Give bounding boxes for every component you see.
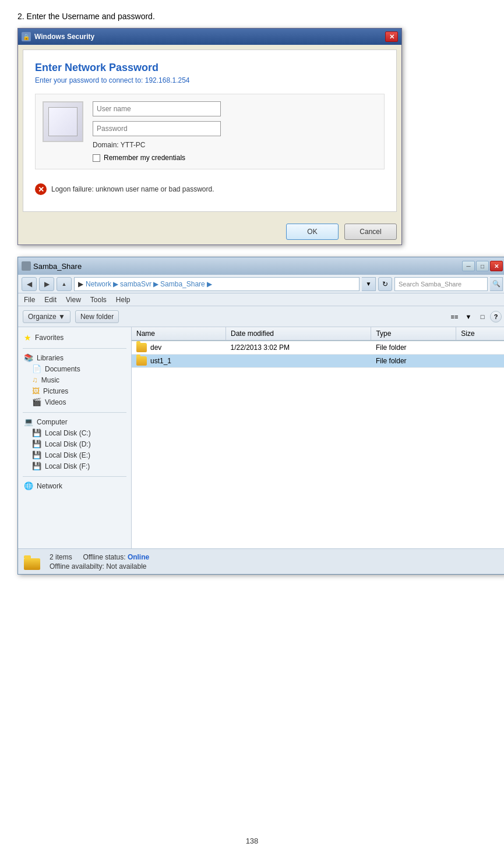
search-button[interactable]: 🔍	[490, 277, 503, 291]
col-type[interactable]: Type	[371, 327, 456, 341]
file-type-1: File folder	[371, 341, 456, 355]
cancel-button[interactable]: Cancel	[344, 224, 397, 240]
explorer-main: Name Date modified Type Size dev	[132, 327, 504, 548]
breadcrumb-part-1: ▶	[78, 280, 83, 288]
menu-file[interactable]: File	[24, 296, 35, 304]
refresh-button[interactable]: ↻	[378, 277, 392, 291]
pictures-icon: 🖼	[32, 387, 40, 395]
col-date-modified[interactable]: Date modified	[225, 327, 371, 341]
credential-area: Domain: YTT-PC Remember my credentials	[35, 94, 385, 169]
disk-d-icon: 💾	[32, 440, 41, 448]
breadcrumb-sambasvr[interactable]: sambaSvr	[120, 280, 151, 288]
credential-icon-inner	[48, 107, 77, 136]
menu-tools[interactable]: Tools	[90, 296, 107, 304]
folder-icon-2	[136, 356, 147, 366]
windows-security-dialog: 🔒 Windows Security ✕ Enter Network Passw…	[17, 28, 402, 245]
sidebar-item-network[interactable]: 🌐 Network	[18, 480, 131, 491]
help-button[interactable]: ?	[490, 311, 502, 323]
favorites-section: ★ Favorites	[18, 332, 131, 343]
disk-e-label: Local Disk (E:)	[45, 451, 90, 459]
remember-credentials-row: Remember my credentials	[93, 154, 377, 162]
preview-pane-button[interactable]: □	[476, 310, 489, 323]
address-dropdown-arrow[interactable]: ▼	[362, 277, 376, 291]
view-dropdown-button[interactable]: ▼	[462, 310, 475, 323]
offline-availability-label: Offline availabilty:	[50, 562, 104, 571]
file-name-1: dev	[150, 343, 161, 352]
offline-status-label-text: Offline status:	[83, 553, 125, 561]
disk-f-label: Local Disk (F:)	[45, 462, 90, 470]
page-number: 138	[17, 837, 487, 845]
videos-label: Videos	[45, 398, 66, 406]
libraries-section: 📚 Libraries 📄 Documents ♫ Music 🖼 Pictur…	[18, 352, 131, 408]
computer-label: Computer	[37, 418, 68, 426]
dialog-close-button[interactable]: ✕	[385, 31, 398, 42]
new-folder-button[interactable]: New folder	[75, 310, 119, 323]
offline-status-value: Online	[128, 553, 149, 561]
menu-help[interactable]: Help	[116, 296, 131, 304]
sidebar-item-disk-f[interactable]: 💾 Local Disk (F:)	[18, 460, 131, 472]
address-breadcrumb[interactable]: ▶ Network ▶ sambaSvr ▶ Samba_Share ▶	[74, 277, 360, 291]
breadcrumb-samba-share[interactable]: Samba_Share	[160, 280, 205, 288]
back-button[interactable]: ◀	[22, 277, 37, 291]
table-row[interactable]: dev 1/22/2013 3:02 PM File folder	[132, 341, 504, 355]
titlebar-buttons: ✕	[385, 31, 398, 42]
explorer-titlebar-buttons: ─ □ ✕	[462, 261, 503, 271]
restore-button[interactable]: □	[476, 261, 489, 271]
organize-button[interactable]: Organize ▼	[23, 310, 71, 323]
sidebar-item-computer[interactable]: 💻 Computer	[18, 416, 131, 427]
sidebar-item-disk-c[interactable]: 💾 Local Disk (C:)	[18, 427, 131, 438]
documents-label: Documents	[45, 365, 80, 373]
sidebar-divider-2	[23, 412, 126, 413]
error-row: ✕ Logon failure: unknown user name or ba…	[35, 179, 385, 200]
col-name[interactable]: Name	[132, 327, 225, 341]
menu-view[interactable]: View	[66, 296, 81, 304]
offline-status-label	[74, 553, 81, 561]
file-table: Name Date modified Type Size dev	[132, 327, 504, 368]
username-input[interactable]	[93, 101, 221, 116]
videos-icon: 🎬	[32, 398, 41, 406]
menu-edit[interactable]: Edit	[44, 296, 57, 304]
sidebar-item-pictures[interactable]: 🖼 Pictures	[18, 385, 131, 396]
sidebar-item-disk-d[interactable]: 💾 Local Disk (D:)	[18, 438, 131, 449]
network-icon: 🌐	[24, 481, 33, 490]
sidebar-item-favorites[interactable]: ★ Favorites	[18, 332, 131, 343]
file-name-cell-2: ust1_1	[132, 355, 225, 368]
ok-button[interactable]: OK	[286, 224, 339, 240]
sidebar-item-documents[interactable]: 📄 Documents	[18, 363, 131, 374]
col-size[interactable]: Size	[456, 327, 504, 341]
network-label: Network	[37, 482, 62, 490]
disk-e-icon: 💾	[32, 451, 41, 459]
search-box[interactable]: Search Samba_Share	[394, 277, 488, 291]
explorer-addressbar: ◀ ▶ ▲ ▶ Network ▶ sambaSvr ▶ Samba_Share…	[18, 275, 504, 293]
forward-button[interactable]: ▶	[39, 277, 54, 291]
explorer-titlebar: Samba_Share ─ □ ✕	[18, 257, 504, 275]
sidebar-item-videos[interactable]: 🎬 Videos	[18, 396, 131, 408]
breadcrumb-network[interactable]: Network	[86, 280, 111, 288]
disk-f-icon: 💾	[32, 462, 41, 470]
password-input[interactable]	[93, 121, 221, 136]
error-message: Logon failure: unknown user name or bad …	[51, 185, 214, 193]
change-view-button[interactable]: ≡≡	[448, 310, 461, 323]
file-date-2	[225, 355, 371, 368]
explorer-toolbar: Organize ▼ New folder ≡≡ ▼ □ ?	[18, 306, 504, 327]
favorites-icon: ★	[24, 333, 31, 342]
table-row[interactable]: ust1_1 File folder	[132, 355, 504, 368]
minimize-button[interactable]: ─	[462, 261, 475, 271]
close-button[interactable]: ✕	[490, 261, 503, 271]
sidebar-item-libraries[interactable]: 📚 Libraries	[18, 352, 131, 363]
dialog-body: Enter Network Password Enter your passwo…	[23, 49, 397, 212]
file-type-2: File folder	[371, 355, 456, 368]
disk-c-label: Local Disk (C:)	[45, 429, 91, 437]
dialog-main-title: Enter Network Password	[35, 62, 385, 74]
music-icon: ♫	[32, 375, 38, 384]
sidebar-divider-1	[23, 348, 126, 349]
up-button[interactable]: ▲	[57, 277, 72, 291]
sidebar-item-disk-e[interactable]: 💾 Local Disk (E:)	[18, 449, 131, 460]
sidebar-item-music[interactable]: ♫ Music	[18, 374, 131, 385]
remember-checkbox[interactable]	[93, 154, 100, 162]
explorer-titlebar-left: Samba_Share	[22, 261, 82, 271]
disk-c-icon: 💾	[32, 428, 41, 437]
music-label: Music	[41, 376, 59, 384]
offline-availability-line: Offline availabilty: Not available	[50, 562, 501, 571]
search-placeholder: Search Samba_Share	[399, 281, 461, 288]
